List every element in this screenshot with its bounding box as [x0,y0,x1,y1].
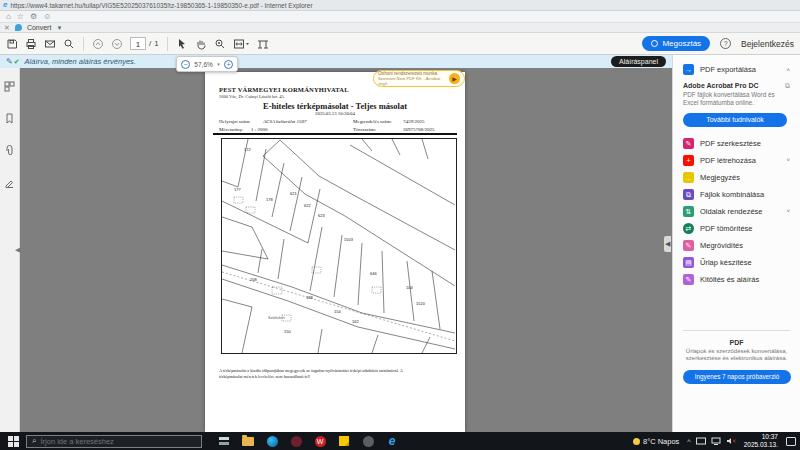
valid-check-icon: ✔ [14,58,20,66]
file-explorer-icon[interactable] [242,435,254,447]
acrobat-promo-callout[interactable]: Otthoni rendszerezett munka Szerezze Nex… [373,70,465,87]
floating-zoom-control: − 57,6% ▾ + [176,56,238,72]
bookmarks-icon[interactable] [4,110,15,128]
hand-tool-icon[interactable] [195,38,207,50]
reading-mode-icon[interactable] [256,38,270,50]
document-title: E-hiteles térképmásolat - Teljes másolat [205,101,465,111]
touch-keyboard-icon[interactable] [696,437,706,446]
zoom-in-button[interactable]: + [224,60,233,69]
thumbnails-icon[interactable] [4,78,15,96]
tool-comment[interactable]: … Megjegyzés [683,169,790,186]
system-tray: ^ [687,437,735,446]
svg-text:177: 177 [234,187,241,192]
action-center-icon[interactable] [786,437,796,446]
clock[interactable]: 10:37 2025.03.13. [744,433,778,449]
settings-gear-icon[interactable]: ⚙ [30,13,37,21]
order-number-label: Megrendelés szám: [353,119,392,124]
svg-text:208: 208 [250,277,257,282]
feedback-smiley-icon[interactable]: ☺ [43,13,51,21]
collapse-right-panel-icon[interactable]: ◀ [664,236,671,252]
internet-explorer-taskbar-icon[interactable]: e [386,435,398,447]
zoom-level-value[interactable]: 57,6% [194,61,212,68]
print-icon[interactable] [25,38,37,50]
svg-text:646: 646 [370,271,377,276]
tool-pdf-edit[interactable]: ✎ PDF szerkesztése [683,135,790,152]
tool-combine-files[interactable]: ⧉ Fájlok kombinálása [683,186,790,203]
pdf-create-icon: + [683,155,694,166]
app-icon-red[interactable]: W [314,435,326,447]
previous-page-icon[interactable] [92,38,104,50]
tool-prepare-form[interactable]: ▤ Űrlap készítése [683,254,790,271]
tool-organize-pages[interactable]: ⇅ Oldalak rendezése ˅ [683,203,790,220]
pdf-export-icon: → [683,64,694,75]
comment-icon: … [683,172,694,183]
zoom-tool-icon[interactable] [214,38,226,50]
tool-redact[interactable]: ✎ Megrövidítés [683,237,790,254]
page-number-input[interactable]: 1 [130,37,146,50]
combine-files-icon: ⧉ [683,189,694,200]
search-input[interactable] [40,437,180,446]
svg-text:150: 150 [284,329,291,334]
signatures-icon[interactable] [4,174,15,192]
tool-compress-pdf[interactable]: ⇄ PDF tömörítése [683,220,790,237]
help-icon[interactable]: ? [720,38,731,49]
svg-text:162: 162 [352,319,359,324]
email-icon[interactable] [44,38,56,50]
tool-pdf-create[interactable]: + PDF létrehozása ˅ [683,152,790,169]
favorites-star-icon[interactable]: ☆ [17,13,24,21]
sign-in-button[interactable]: Bejelentkezés [741,39,794,49]
chevron-up-icon[interactable]: ˄ [786,67,790,73]
zoom-out-button[interactable]: − [181,60,190,69]
convert-button[interactable]: Convert [27,24,52,31]
windows-taskbar: ⌕ W e 8°C Napos ^ 10:37 [0,432,800,450]
free-trial-button[interactable]: Ingyenes 7 napos próbaverzió [683,370,791,384]
toolbar-divider [167,37,168,51]
close-icon[interactable]: ✕ [4,24,10,32]
attachments-icon[interactable] [4,142,15,160]
tool-pdf-export[interactable]: → PDF exportálása ˄ [683,61,790,78]
fit-width-icon[interactable] [233,38,249,50]
windows-logo-icon [8,436,19,447]
chevron-down-icon[interactable]: ˅ [786,157,790,163]
zoom-caret-icon[interactable]: ▾ [217,61,220,67]
sticky-notes-icon[interactable] [338,435,350,447]
time-text: 10:37 [744,433,778,441]
cadastral-map: 172 177 178 621 622 623 1503 208 188 154… [222,139,456,353]
tray-chevron-icon[interactable]: ^ [687,438,690,445]
signature-panel-button[interactable]: Aláíráspanel [611,56,666,67]
task-view-icon[interactable] [218,435,230,447]
parcel-number-label: Helyrajzi szám: [219,119,251,124]
page-number-control: 1 / 1 [130,37,159,50]
prepare-form-icon: ▤ [683,257,694,268]
home-icon[interactable]: ⌂ [6,13,11,21]
collapse-left-panel-icon[interactable]: ◀ [15,246,20,254]
weather-widget[interactable]: 8°C Napos [633,437,679,446]
people-icon[interactable] [362,435,374,447]
volume-muted-icon[interactable] [726,437,736,446]
edge-icon[interactable] [266,435,278,447]
network-icon[interactable] [711,437,721,446]
map-footnote-line1: A térképmásolat a kiadás időpontjában me… [219,368,451,373]
svg-text:Szőlőskert: Szőlőskert [268,316,286,320]
convert-toolbar: ✕ Convert ▼ [0,23,800,33]
share-button[interactable]: Megosztás [642,36,710,51]
start-button[interactable] [0,432,26,450]
svg-text:623: 623 [318,213,325,218]
duplicate-icon: ⧉ [785,82,790,90]
chevron-down-icon[interactable]: ˅ [786,208,790,214]
chevron-down-icon[interactable]: ▼ [56,25,62,31]
date-text: 2025.03.13. [744,441,778,449]
save-icon[interactable] [6,38,18,50]
export-promo-text: PDF fájlok konvertálása Word és Excel fo… [683,91,783,107]
search-icon[interactable] [63,38,75,50]
svg-text:178: 178 [266,197,273,202]
registry-id-value: 26975708/2025 [403,127,434,132]
sidebar-divider [683,330,790,331]
next-page-icon[interactable] [111,38,123,50]
tool-fill-sign[interactable]: ✎ Kitöltés és aláírás [683,271,790,288]
toolbar-divider [83,37,84,51]
learn-more-button[interactable]: További tudnivalók [683,113,787,127]
select-tool-icon[interactable] [176,38,188,50]
app-icon-dark-red[interactable] [290,435,302,447]
taskbar-search[interactable]: ⌕ [26,435,202,448]
